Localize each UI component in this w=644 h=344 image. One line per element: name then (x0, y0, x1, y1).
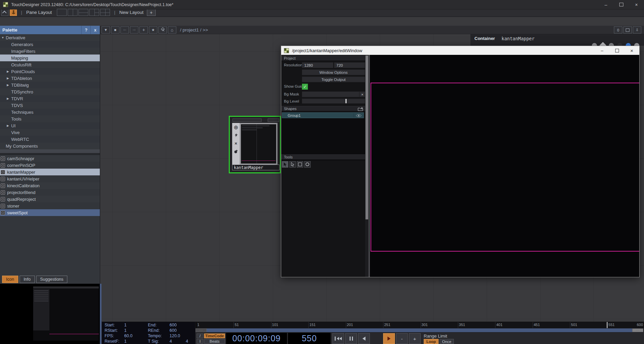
shape-group-row[interactable]: Group1 (282, 112, 364, 118)
pane-type-icon[interactable]: ■ (111, 26, 119, 34)
palette-tab-icon[interactable]: Icon (2, 276, 18, 283)
band-left-handle[interactable]: ··· (196, 328, 207, 332)
collapse-pane-button[interactable]: ⇩ (633, 26, 641, 34)
layout-two-rows-button[interactable] (79, 9, 88, 16)
point-select-tool-button[interactable] (289, 161, 296, 168)
bookmark-button[interactable]: ★ (149, 26, 157, 34)
palette-component-kinectcalibration[interactable]: kinectCalibration (0, 182, 100, 189)
palette-tab-suggestions[interactable]: Suggestions (36, 276, 68, 283)
depth-counter[interactable]: 0 (614, 26, 622, 34)
palette-component-cornerpinsop[interactable]: cornerPinSOP (0, 162, 100, 169)
rectangle-tool-button[interactable] (297, 161, 303, 168)
select-tool-button[interactable] (282, 161, 288, 168)
palette-tree-item-my-components[interactable]: My Components (0, 143, 100, 149)
timeline-field-value[interactable]: 1 (124, 323, 148, 327)
palette-tree-item-tdableton[interactable]: ▶TDAbleton (0, 75, 100, 82)
history-back-button[interactable]: ⇦ (120, 26, 129, 34)
history-forward-button[interactable]: ⇨ (130, 26, 138, 34)
bookmark-pane-icon[interactable] (1, 9, 8, 16)
tree-collapsed-arrow-icon[interactable]: ▶ (7, 77, 11, 80)
layout-single-button[interactable] (57, 9, 67, 16)
beats-mode-button[interactable]: Beats (204, 339, 225, 344)
floating-window-button[interactable] (623, 26, 632, 34)
palette-tree-item-webrtc[interactable]: WebRTC (0, 136, 100, 143)
toggle-output-button[interactable]: Toggle Output (302, 77, 365, 82)
timeline-field-value[interactable]: 1 (124, 328, 148, 333)
palette-tree-item-tdbitwig[interactable]: ▶TDBitwig (0, 82, 100, 88)
freeform-tool-button[interactable] (304, 161, 311, 168)
home-icon[interactable]: ⌂ (168, 26, 176, 34)
anchor-icon[interactable] (10, 9, 17, 16)
palette-component-camschnappr[interactable]: camSchnappr (0, 155, 100, 162)
timeline-scroll-band[interactable]: ··· ··· (196, 328, 644, 332)
layout-two-columns-button[interactable] (68, 9, 77, 16)
node-viewer[interactable]: ◎ × (232, 123, 277, 165)
play-reverse-button[interactable] (358, 333, 370, 344)
tree-collapsed-arrow-icon[interactable]: ▶ (7, 97, 11, 100)
palette-tree-item-tdvs[interactable]: TDVS (0, 102, 100, 109)
show-guide-checkbox[interactable]: ✓ (302, 84, 308, 90)
loop-button[interactable]: Loop (424, 339, 439, 344)
timeline-field-value[interactable]: 120.0 (170, 334, 186, 338)
palette-tab-info[interactable]: Info (20, 276, 35, 283)
edit-window-maximize-button[interactable] (609, 46, 624, 55)
palette-component-kantanmapper[interactable]: kantanMapper (0, 169, 100, 175)
palette-tree-item-mapping[interactable]: Mapping (0, 55, 100, 61)
timeline-field-value[interactable]: 4 (170, 339, 186, 344)
palette-tree-item-generators[interactable]: Generators (0, 41, 100, 48)
palette-close-button[interactable]: x (90, 26, 100, 34)
absolute-frame-button[interactable]: / (197, 334, 203, 338)
timeline-field-value[interactable]: 4 (186, 339, 188, 344)
palette-tree-item-tdvr[interactable]: ▶TDVR (0, 95, 100, 102)
layout-grid-button[interactable] (100, 9, 110, 16)
resolution-width-field[interactable]: 1280 (302, 62, 333, 68)
operator-name-value[interactable]: kantanMapper (502, 36, 535, 41)
timeline-ruler[interactable]: 151101151201251301351401451501551600 (196, 322, 644, 328)
bg-mask-clear-button[interactable]: × (359, 91, 365, 97)
tree-collapsed-arrow-icon[interactable]: ▶ (7, 124, 11, 127)
palette-component-sweetspot[interactable]: sweetSpot (0, 209, 100, 216)
skip-to-start-button[interactable] (332, 333, 344, 344)
timecode-mode-button[interactable]: TimeCode (204, 334, 225, 338)
edit-window-close-button[interactable]: × (624, 46, 639, 55)
visibility-eye-icon[interactable] (356, 114, 362, 117)
node-name-label[interactable]: kantanMapper (232, 165, 280, 170)
resolution-height-field[interactable]: 720 (334, 62, 365, 68)
tree-collapsed-arrow-icon[interactable]: ▶ (7, 70, 11, 73)
play-forward-button[interactable] (383, 333, 395, 344)
palette-tree-item-tdsynchro[interactable]: TDSynchro (0, 88, 100, 95)
tree-expanded-arrow-icon[interactable]: ▼ (1, 36, 6, 39)
timeline-field-value[interactable]: 60.0 (124, 334, 148, 338)
search-icon[interactable] (158, 26, 167, 34)
band-range-bar[interactable] (207, 328, 632, 332)
step-back-button[interactable]: - (396, 333, 408, 344)
bg-level-slider[interactable] (302, 99, 365, 104)
maximize-button[interactable] (614, 0, 629, 9)
palette-component-kantanuvhelper[interactable]: kantanUVHelper (0, 175, 100, 182)
integer-frame-button[interactable]: I (197, 339, 203, 344)
band-right-handle[interactable]: ··· (632, 328, 643, 332)
palette-tree-item-derivative[interactable]: ▼Derivative (0, 34, 100, 41)
add-operator-button[interactable]: + (139, 26, 148, 34)
window-options-button[interactable]: Window Options (302, 69, 365, 75)
close-button[interactable]: × (629, 0, 644, 9)
timeline-field-value[interactable]: 1 (124, 339, 148, 344)
mapping-canvas[interactable] (370, 55, 639, 277)
current-frame-display[interactable]: 550 (288, 333, 331, 344)
pane-menu-dropdown[interactable]: ▼ (102, 26, 110, 34)
tree-collapsed-arrow-icon[interactable]: ▶ (7, 83, 11, 87)
palette-tree-item-imagefilters[interactable]: ImageFilters (0, 48, 100, 55)
once-button[interactable]: Once (440, 339, 454, 344)
layout-left-split-button[interactable] (89, 9, 99, 16)
palette-tree-item-techniques[interactable]: Techniques (0, 109, 100, 115)
timeline-field-value[interactable]: 600 (170, 323, 186, 327)
minimize-button[interactable]: – (598, 0, 614, 9)
palette-tree-item-oculusrift[interactable]: OculusRift (0, 61, 100, 68)
palette-tree-item-pointclouds[interactable]: ▶PointClouds (0, 68, 100, 75)
palette-tree-item-tools[interactable]: Tools (0, 115, 100, 122)
palette-help-button[interactable]: ? (81, 26, 91, 34)
palette-component-projectorblend[interactable]: projectorBlend (0, 189, 100, 196)
edit-window-minimize-button[interactable]: – (595, 46, 609, 55)
panel-scrollbar-thumb[interactable] (365, 56, 368, 219)
timecode-display[interactable]: 00:00:09:09 (226, 333, 287, 344)
